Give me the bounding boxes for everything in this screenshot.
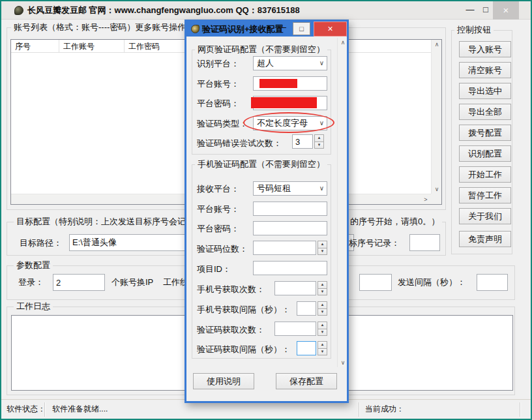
captcha-digits-stepper[interactable]: ▲ ▼ bbox=[318, 241, 327, 255]
code-fetch-interval-input[interactable] bbox=[297, 341, 316, 355]
save-config-button[interactable]: 保存配置 bbox=[276, 373, 337, 389]
export-all-button[interactable]: 导出全部 bbox=[459, 104, 511, 120]
clear-accounts-button[interactable]: 清空账号 bbox=[459, 62, 511, 78]
disclaimer-button[interactable]: 免责声明 bbox=[459, 231, 511, 247]
main-titlebar: 长风豆瓣发豆邮 官网：www.changfengwangluo.com QQ：8… bbox=[1, 1, 531, 20]
status-state-value: 软件准备就绪.... bbox=[52, 400, 108, 419]
scroll-up-icon[interactable]: ∧ bbox=[338, 38, 348, 47]
chevron-down-icon: ∨ bbox=[319, 119, 324, 127]
recognition-platform-value: 超人 bbox=[257, 57, 274, 69]
dialog-maximize-button[interactable]: □ bbox=[293, 22, 310, 35]
spin-down-icon[interactable]: ▼ bbox=[318, 348, 327, 356]
recognition-platform-select[interactable]: 超人 ∨ bbox=[253, 56, 327, 70]
spin-down-icon[interactable]: ▼ bbox=[318, 308, 327, 316]
receive-platform-select[interactable]: 号码短租 ∨ bbox=[253, 181, 327, 196]
app-icon bbox=[14, 6, 23, 15]
scrollbar-corner bbox=[431, 194, 441, 204]
retry-count-input[interactable]: 3 bbox=[292, 134, 313, 149]
about-us-button[interactable]: 关于我们 bbox=[459, 208, 511, 224]
param-config-label: 参数配置 bbox=[14, 260, 53, 271]
dialog-vscrollbar[interactable]: ∧ ∨ bbox=[337, 38, 347, 367]
retry-count-stepper[interactable]: ▲ ▼ bbox=[314, 134, 324, 149]
scroll-down-icon[interactable]: ∨ bbox=[338, 358, 348, 367]
captcha-digits-label: 验证码位数： bbox=[197, 244, 248, 254]
captcha-type-select[interactable]: 不定长度字母 ∨ bbox=[253, 116, 327, 130]
sms-account-input[interactable] bbox=[253, 202, 327, 216]
sms-account-label: 平台账号： bbox=[197, 204, 239, 215]
login-label: 登录： bbox=[18, 277, 44, 288]
target-record-label: 标序号记录： bbox=[349, 238, 400, 248]
sms-password-input[interactable] bbox=[253, 221, 327, 235]
code-fetch-count-stepper[interactable]: ▲ ▼ bbox=[318, 322, 327, 336]
chevron-down-icon: ∨ bbox=[319, 59, 324, 67]
code-fetch-interval-stepper[interactable]: ▲ ▼ bbox=[318, 341, 327, 355]
control-panel-label: 控制按钮 bbox=[454, 25, 494, 35]
pause-work-button[interactable]: 暂停工作 bbox=[459, 187, 511, 203]
minimize-button[interactable]: — bbox=[463, 1, 477, 20]
captcha-type-label: 验证码类型： bbox=[197, 119, 248, 129]
account-list-vscrollbar[interactable]: ∧ ∨ bbox=[431, 40, 441, 194]
recognition-config-button[interactable]: 识别配置 bbox=[459, 145, 511, 162]
captcha-type-value: 不定长度字母 bbox=[257, 117, 308, 129]
column-header-password[interactable]: 工作密码 bbox=[125, 40, 190, 52]
captcha-digits-input[interactable] bbox=[253, 241, 316, 255]
chevron-down-icon: ∨ bbox=[319, 185, 324, 192]
recognition-platform-label: 识别平台： bbox=[197, 59, 239, 69]
account-list-group-label: 账号列表（格式：账号----密码）更多账号操作 bbox=[11, 22, 188, 33]
dial-config-button[interactable]: 拨号配置 bbox=[459, 125, 511, 141]
start-work-button[interactable]: 开始工作 bbox=[459, 166, 511, 183]
scroll-right-icon[interactable]: > bbox=[421, 195, 431, 204]
column-header-index[interactable]: 序号 bbox=[11, 40, 59, 52]
code-fetch-count-input[interactable] bbox=[274, 322, 316, 336]
receive-platform-value: 号码短租 bbox=[257, 183, 291, 194]
project-id-input[interactable] bbox=[253, 261, 327, 275]
retry-count-label: 验证码错误尝试次数： bbox=[197, 138, 282, 149]
status-state-label: 软件状态： bbox=[7, 400, 46, 419]
dialog-titlebar: 验证码识别+接收配置 — □ × bbox=[186, 22, 347, 37]
web-password-label: 平台密码： bbox=[197, 98, 239, 109]
phone-fetch-count-input[interactable] bbox=[274, 281, 316, 295]
spin-down-icon[interactable]: ▼ bbox=[314, 142, 324, 149]
target-config-label-left: 目标配置（特别说明：上次发送目标序号会记录 bbox=[14, 217, 197, 227]
login-count-input[interactable]: 2 bbox=[53, 274, 105, 291]
import-accounts-button[interactable]: 导入账号 bbox=[459, 41, 511, 57]
close-button[interactable]: × bbox=[493, 1, 519, 20]
target-config-label-right: 的序号开始，请填0。） bbox=[347, 217, 442, 227]
web-account-label: 平台账号： bbox=[197, 79, 239, 89]
thread-count-input[interactable] bbox=[359, 274, 392, 291]
status-success-label: 当前成功： bbox=[365, 400, 404, 419]
spin-down-icon[interactable]: ▼ bbox=[318, 248, 327, 256]
maximize-button[interactable]: □ bbox=[479, 1, 493, 20]
phone-fetch-interval-input[interactable] bbox=[297, 301, 316, 316]
phone-fetch-count-label: 手机号获取次数： bbox=[197, 284, 265, 295]
project-id-label: 项目ID： bbox=[197, 264, 231, 275]
sms-password-label: 平台密码： bbox=[197, 224, 239, 234]
scroll-up-icon[interactable]: ∧ bbox=[432, 40, 442, 49]
send-interval-label: 发送间隔（秒）： bbox=[398, 277, 466, 288]
export-selected-button[interactable]: 导出选中 bbox=[459, 83, 511, 99]
work-log-label: 工作日志 bbox=[14, 301, 53, 312]
target-record-input[interactable] bbox=[409, 234, 440, 251]
column-header-account[interactable]: 工作账号 bbox=[59, 40, 125, 52]
status-separator bbox=[520, 402, 520, 417]
usage-help-button[interactable]: 使用说明 bbox=[193, 373, 254, 389]
phone-fetch-count-stepper[interactable]: ▲ ▼ bbox=[318, 281, 327, 295]
spin-down-icon[interactable]: ▼ bbox=[318, 329, 327, 337]
redaction-block bbox=[259, 79, 297, 88]
per-account-ip-label: 个账号换IP bbox=[111, 277, 153, 288]
phone-fetch-interval-stepper[interactable]: ▲ ▼ bbox=[318, 301, 327, 316]
window-title: 长风豆瓣发豆邮 官网：www.changfengwangluo.com QQ：8… bbox=[27, 1, 300, 20]
dialog-minimize-button[interactable]: — bbox=[276, 22, 288, 35]
scroll-down-icon[interactable]: ∨ bbox=[432, 185, 442, 194]
sms-captcha-group-label: 手机验证码配置（不需要则留空） bbox=[195, 159, 327, 170]
send-interval-input[interactable] bbox=[477, 274, 508, 291]
spin-down-icon[interactable]: ▼ bbox=[318, 288, 327, 296]
dialog-icon bbox=[191, 25, 200, 33]
dialog-close-button[interactable]: × bbox=[314, 22, 347, 37]
status-separator bbox=[359, 402, 359, 417]
phone-fetch-interval-label: 手机号获取间隔（秒）： bbox=[197, 305, 290, 315]
captcha-config-dialog: 验证码识别+接收配置 — □ × ∧ ∨ 网页验证码配置（不需要则留空） 识别平… bbox=[185, 20, 349, 403]
receive-platform-label: 接收平台： bbox=[197, 184, 239, 194]
web-captcha-group-label: 网页验证码配置（不需要则留空） bbox=[195, 44, 327, 55]
dialog-title: 验证码识别+接收配置 bbox=[202, 22, 284, 37]
